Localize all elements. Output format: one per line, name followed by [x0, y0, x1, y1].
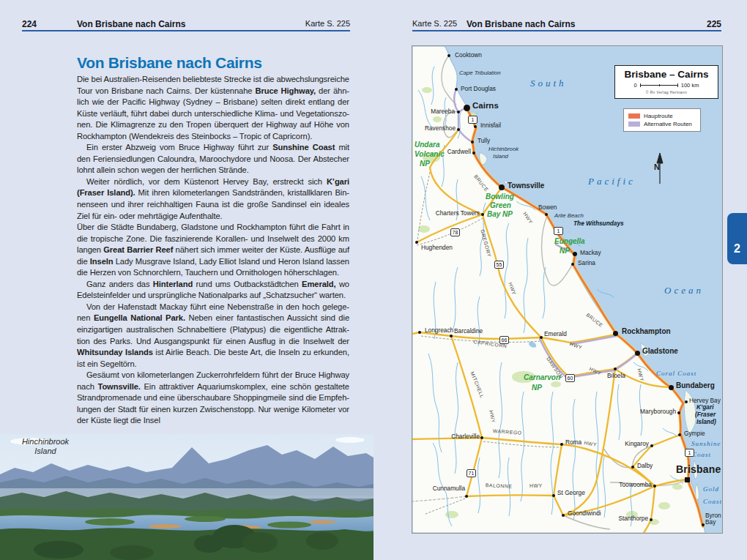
map-town-dot — [474, 125, 477, 128]
map-label-hwy: HWY — [508, 282, 516, 296]
map-town-dot — [560, 443, 563, 446]
map-label-gregory: GREGORY — [479, 229, 491, 258]
article-title: Von Brisbane nach Cairns — [77, 54, 262, 72]
map-town-dot — [669, 385, 674, 390]
map-label-undara: Undara — [415, 141, 439, 149]
map-town-dot — [464, 105, 470, 111]
map-town-dot — [447, 54, 450, 57]
paragraph: Von der Hafenstadt Mackay führt eine Neb… — [77, 302, 349, 370]
map-label-hichinbrook: Hichinbrook — [488, 146, 519, 152]
map-town-dot — [613, 331, 618, 336]
map-label--fraser: (Fraser — [695, 411, 716, 417]
route-shield: 1 — [554, 227, 563, 235]
map-label-the-withsundays: The Withsundays — [573, 220, 624, 226]
route-shield: 66 — [499, 336, 509, 344]
route-shield: 60 — [565, 374, 575, 382]
map-label-hwy: HWY — [569, 342, 583, 351]
legend-label: Alternative Routen — [644, 121, 692, 127]
legend-label: Hauptroute — [644, 113, 673, 119]
map-label-np: NP — [560, 247, 570, 255]
map-town-dot — [450, 335, 453, 337]
map-label-tully: Tully — [477, 138, 490, 143]
left-header-rule — [22, 30, 350, 31]
map-label-toowoomba: Toowoomba — [619, 482, 652, 488]
left-page-number: 224 — [22, 19, 37, 29]
map-label-kingaroy: Kingaroy — [625, 441, 649, 447]
map-town-dot — [573, 252, 577, 256]
map-town-dot — [678, 433, 681, 436]
main-route-swatch — [628, 113, 640, 119]
map-label-mackay: Mackay — [580, 250, 601, 255]
map-label-island-: Island) — [696, 419, 716, 425]
map-label-hwy: HWY — [529, 484, 543, 489]
map-label-hwy: HWY — [488, 410, 495, 424]
route-shield: 78 — [450, 228, 460, 236]
map-label-emerald: Emerald — [544, 331, 567, 337]
map-legend: Hauptroute Alternative Routen — [623, 108, 701, 132]
map-town-dot — [480, 436, 483, 439]
map-label-port-douglas: Port Douglas — [461, 86, 496, 92]
paragraph: Die bei Australien-Reisenden beliebteste… — [77, 74, 349, 142]
map-label-rockhampton: Rockhampton — [622, 328, 671, 335]
map-label-sarina: Sarina — [578, 260, 595, 266]
map-town-dot — [552, 494, 555, 497]
map-label-cardwell: Cardwell — [447, 149, 471, 154]
right-header-rule — [412, 30, 721, 31]
map-town-dot — [415, 241, 418, 244]
right-page-number: 225 — [663, 19, 721, 29]
map-label-bundaberg: Bundaberg — [676, 382, 715, 389]
map-label-np: NP — [532, 384, 542, 392]
left-running-title: Von Brisbane nach Cairns — [77, 19, 185, 29]
map-label-balonne: BALONNE — [486, 483, 513, 490]
map-label-cunnamulla: Cunnamulla — [433, 485, 465, 491]
map-town-dot — [677, 411, 680, 414]
chapter-tab: 2 — [727, 213, 747, 264]
paragraph: Ein erster Abzweig vom Bruce Highway füh… — [77, 142, 349, 176]
map-town-dot — [653, 485, 656, 488]
map-label-hwy: HWY — [588, 367, 602, 377]
map-label-bay-np: Bay NP — [487, 211, 513, 218]
map-label-coast: Coast — [703, 499, 722, 505]
map-town-dot — [631, 466, 634, 468]
map-label-island: Island — [493, 154, 508, 160]
map-label-pacific: Pacific — [588, 176, 636, 186]
article-body: Die bei Australien-Reisenden beliebteste… — [77, 74, 349, 427]
route-shield: 71 — [467, 469, 476, 477]
right-running-title: Von Brisbane nach Cairns — [467, 19, 575, 29]
left-map-ref: Karte S. 225 — [291, 19, 350, 28]
map-label-innisfail: Innisfail — [480, 122, 501, 128]
map-label-volcanic: Volcanic — [415, 151, 445, 158]
map-label-eungella: Eungella — [554, 238, 585, 245]
map-town-dot — [650, 444, 653, 447]
scale-zero: 0 — [634, 82, 637, 89]
map-label-green: Green — [490, 202, 511, 209]
map-label-warrego: WARREGO — [493, 429, 522, 436]
map-town-dot — [685, 400, 688, 403]
north-arrow-label: N — [654, 163, 660, 171]
map-label-stanthorpe: Stanthorpe — [618, 515, 648, 521]
map-scale: 0 100 km — [615, 82, 718, 89]
map-label-bruce: BRUCE — [585, 313, 603, 329]
scale-bar — [640, 83, 678, 87]
map-town-dot — [455, 88, 458, 91]
map-label-cooktown: Cooktown — [455, 52, 482, 58]
map-label-biloela: Biloela — [607, 373, 625, 378]
map-label-hughenden: Hughenden — [421, 244, 453, 250]
map-label-cairns: Cairns — [472, 102, 499, 111]
map-town-dot — [481, 213, 484, 216]
map-label-hwy: HWY — [584, 441, 598, 448]
map-town-dot — [545, 213, 548, 216]
paragraph: Weiter nördlich, vor dem Küstenort Herve… — [77, 176, 349, 222]
map-title-box: Brisbane – Cairns 0 100 km © Rv Verlag H… — [614, 65, 718, 99]
map-label-charleville: Charleville — [451, 433, 480, 439]
paragraph: Über die Städte Bundaberg, Gladstone und… — [77, 222, 349, 279]
map-label-gympie: Gympie — [684, 430, 705, 436]
map-label-longreach: Longreach — [425, 327, 453, 333]
map-label-coast: Coast — [692, 452, 711, 458]
map-label-st-george: St George — [557, 490, 585, 496]
map-brisbane-cairns: CooktownCape TribulationPort DouglasMare… — [412, 45, 723, 534]
book-spread: 224 Von Brisbane nach Cairns Karte S. 22… — [0, 0, 747, 560]
map-label-brisbane: Brisbane — [676, 464, 721, 474]
map-city-square — [685, 477, 690, 482]
map-town-dot — [614, 367, 617, 370]
